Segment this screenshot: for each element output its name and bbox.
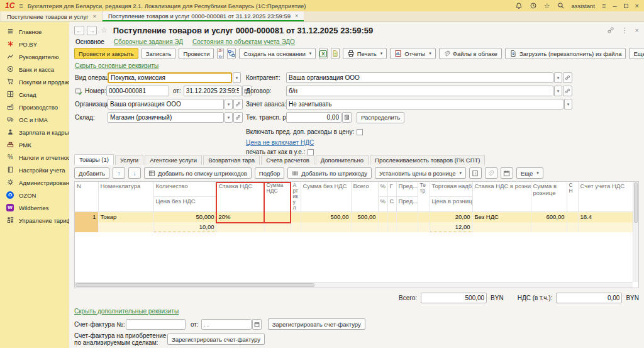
cell-pct[interactable] — [378, 212, 387, 232]
cell-qty[interactable]: 50,000 — [153, 212, 216, 222]
cell-trade-markup[interactable]: 20,00 — [430, 212, 472, 222]
esf-button[interactable] — [331, 48, 340, 59]
tab-close-icon[interactable]: × — [93, 13, 96, 20]
sidebar-item-production[interactable]: Производство — [0, 101, 69, 113]
scrollbar-thumb[interactable] — [75, 283, 314, 287]
hide-main-requisites-link[interactable]: Скрыть основные реквизиты — [75, 62, 158, 69]
cell-retail-price[interactable]: 12,00 — [430, 222, 472, 232]
advance-dropdown-icon[interactable]: ▾ — [564, 99, 572, 109]
create-based-on-button[interactable]: Создать на основании▾ — [239, 48, 316, 59]
tab-services[interactable]: Услуги — [115, 155, 143, 165]
col-pct[interactable]: % — [378, 182, 387, 196]
cell-price-no-vat[interactable]: 10,00 — [153, 222, 216, 232]
col-price-no-vat[interactable]: Цена без НДС — [153, 196, 216, 211]
move-row-down-button[interactable]: ↓ — [128, 167, 141, 179]
close-document-icon[interactable]: × — [635, 26, 639, 34]
col-g[interactable]: Г — [387, 182, 396, 196]
save-button[interactable]: Записать — [142, 48, 176, 59]
print-act-checkbox[interactable] — [308, 149, 314, 155]
column-settings-button[interactable] — [469, 167, 482, 179]
goods-grid[interactable]: N Номенклатура Количество Ставка НДС Сум… — [75, 182, 634, 232]
sidebar-item-main[interactable]: Главное — [0, 25, 69, 38]
more-button[interactable]: Еще▾ — [629, 48, 644, 59]
sidebar-item-administration[interactable]: Администрирование — [0, 176, 69, 189]
edit-number-icon[interactable] — [75, 87, 82, 95]
col-qty[interactable]: Количество — [153, 182, 216, 196]
col-nomenclature[interactable]: Номенклатура — [98, 182, 153, 212]
minimize-icon[interactable]: – — [613, 3, 616, 9]
post-button[interactable]: Провести — [179, 48, 214, 59]
cloud-files-button[interactable]: Файлы в облаке — [439, 48, 502, 59]
col-total[interactable]: Всего — [351, 182, 378, 212]
close-window-icon[interactable]: × — [635, 3, 639, 9]
transport-costs-input[interactable] — [286, 112, 341, 123]
pick-button[interactable]: Подбор — [255, 167, 284, 179]
sidebar-item-tariff[interactable]: Управление тарифом — [0, 214, 69, 227]
cell-vat-account[interactable]: 18.4 — [578, 212, 633, 232]
counterparty-open-link-icon[interactable] — [563, 72, 572, 83]
tab-close-icon[interactable]: × — [295, 13, 298, 19]
history-icon[interactable] — [530, 2, 537, 9]
col-retail-price[interactable]: Цена в рознице — [430, 196, 472, 211]
set-retail-prices-button[interactable]: Установить цены в рознице▾ — [375, 167, 466, 179]
document-structure-button[interactable] — [227, 48, 236, 59]
col-c[interactable]: С — [387, 196, 396, 211]
sidebar-item-salary-hr[interactable]: Зарплата и кадры — [0, 126, 69, 138]
nav-tab-main[interactable]: Основное — [75, 38, 104, 45]
sidebar-item-ozon[interactable]: O OZON — [0, 189, 69, 201]
get-link-icon[interactable] — [607, 26, 614, 34]
warehouse-input[interactable] — [108, 112, 224, 123]
add-by-barcode-list-button[interactable]: Добавить по списку штрихкодов — [144, 167, 252, 179]
cell-total[interactable]: 500,00 — [351, 212, 378, 232]
tab-agent-services[interactable]: Агентские услуги — [145, 155, 202, 165]
current-user-label[interactable]: assistant — [572, 3, 596, 9]
reports-button[interactable]: Отчеты▾ — [390, 48, 435, 59]
col-pct2[interactable]: % — [378, 196, 387, 211]
operation-dropdown-icon[interactable]: ▾ — [233, 72, 241, 83]
col-retail-sum[interactable]: Сумма в рознице — [531, 182, 567, 212]
kebab-menu-icon[interactable]: ⋮ — [621, 26, 628, 35]
dates-button[interactable] — [501, 167, 513, 179]
show-postings-dtkt-button[interactable]: ДтКт — [217, 48, 224, 59]
counterparty-input[interactable] — [286, 72, 553, 83]
add-by-barcode-button[interactable]: Добавить по штрихкоду — [287, 167, 372, 179]
table-horizontal-scrollbar[interactable] — [75, 282, 633, 288]
favorites-star-icon[interactable]: ☆ — [544, 3, 550, 9]
notifications-bell-icon[interactable] — [515, 2, 523, 9]
service-menu-icon[interactable]: ≡ — [602, 3, 606, 9]
contract-input[interactable] — [286, 86, 553, 96]
invoice-date-input[interactable] — [201, 319, 252, 330]
sidebar-item-accounting-settings[interactable]: Настройки учета — [0, 164, 69, 176]
price-vat-link[interactable]: Цена не включает НДС — [246, 139, 314, 146]
nav-link-edo-states[interactable]: Состояния по объектам учета ЭДО — [192, 38, 295, 45]
tab-goods[interactable]: Товары (1) — [74, 154, 114, 165]
tab-traceability[interactable]: Прослеживаемость товаров (ПК СПТ) — [370, 155, 485, 165]
sidebar-item-warehouse[interactable]: Склад — [0, 88, 69, 101]
table-more-button[interactable]: Еще▾ — [516, 167, 543, 179]
invoice-number-input[interactable] — [126, 319, 186, 330]
sidebar-item-purchases-sales[interactable]: Покупки и продажи — [0, 76, 69, 88]
organization-dropdown-icon[interactable]: ▾ — [225, 99, 233, 109]
cell-vat-sum[interactable] — [264, 212, 291, 232]
register-invoice-button[interactable]: Зарегистрировать счет-фактуру — [268, 318, 365, 330]
sidebar-item-manager[interactable]: Руководителю — [0, 50, 69, 63]
col-tetr[interactable]: Тетр — [418, 182, 430, 212]
advance-offset-input[interactable] — [286, 99, 564, 109]
register-invoice-analyzed-button[interactable]: Зарегистрировать счет-фактуру — [167, 334, 265, 345]
tab-additional[interactable]: Дополнительно — [316, 155, 369, 165]
cell-tetr[interactable] — [418, 212, 430, 232]
operation-type-input[interactable] — [108, 72, 232, 83]
date-input[interactable] — [184, 86, 242, 96]
warehouse-dropdown-icon[interactable]: ▾ — [225, 112, 233, 123]
organization-input[interactable] — [108, 99, 224, 109]
organization-open-link-icon[interactable] — [233, 99, 243, 109]
col-pred2[interactable]: Пред... — [396, 196, 418, 211]
sidebar-item-poby[interactable]: PO.BY — [0, 38, 69, 50]
distribute-button[interactable]: Распределить — [357, 112, 404, 123]
col-vat-rate[interactable]: Ставка НДС — [216, 182, 264, 212]
cell-retail-sum[interactable]: 600,00 — [531, 212, 567, 232]
col-sn[interactable]: СН — [567, 182, 578, 212]
cell-n[interactable]: 1 — [75, 212, 98, 232]
excel-export-button[interactable]: X — [319, 48, 327, 59]
add-row-button[interactable]: Добавить — [74, 167, 109, 179]
